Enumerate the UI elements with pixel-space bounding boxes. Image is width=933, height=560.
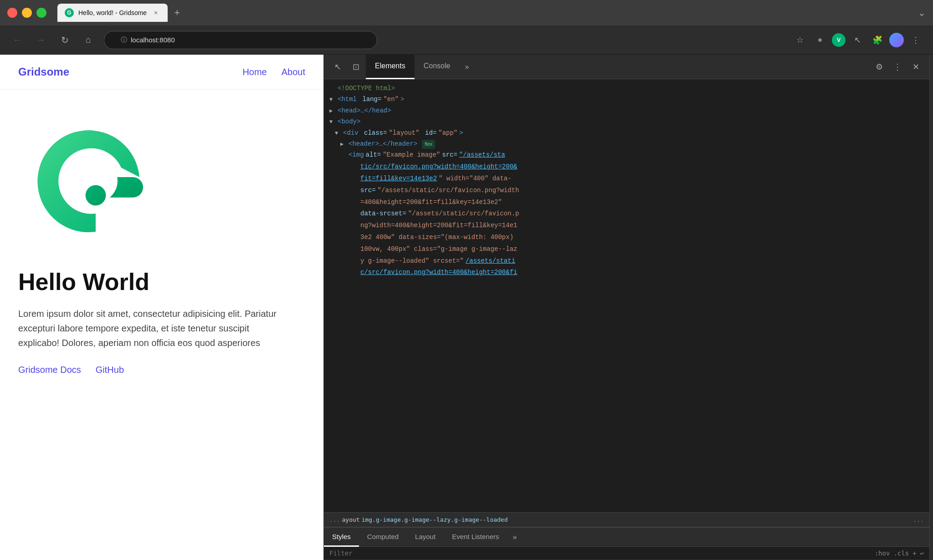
head-triangle[interactable] xyxy=(329,107,336,116)
img-line9-val: 100vw, 400px" class="g-image g-image--la… xyxy=(360,244,517,255)
img-line5-val: =400&height=200&fit=fill&key=14e13e2" xyxy=(360,197,502,208)
html-triangle[interactable] xyxy=(329,96,336,104)
img-line-1: <img alt="Example image" src="/assets/st… xyxy=(324,149,929,161)
lock-icon: ⓘ xyxy=(121,36,127,44)
bookmark-button[interactable]: ☆ xyxy=(792,32,808,48)
site-nav: Home About xyxy=(242,67,305,77)
menu-button[interactable]: ⋮ xyxy=(907,32,924,48)
img-line-6: data-srcset="/assets/static/src/favicon.… xyxy=(324,208,929,220)
more-icon: ⋮ xyxy=(912,35,920,45)
img-line-9: 100vw, 400px" class="g-image g-image--la… xyxy=(324,244,929,255)
devtools-tab-elements[interactable]: Elements xyxy=(366,55,415,79)
extension-v-icon[interactable]: V xyxy=(832,33,846,47)
img-attrs-1: " width="400" data- xyxy=(439,173,512,184)
responsive-icon: ⊡ xyxy=(353,62,359,72)
puzzle-extension[interactable]: 🧩 xyxy=(869,32,886,48)
tab-bar: G Hello, world! - Gridsome × + xyxy=(57,4,914,22)
div-triangle[interactable] xyxy=(335,129,341,138)
refresh-button[interactable]: ↻ xyxy=(56,32,73,48)
forward-button[interactable]: → xyxy=(33,32,49,48)
close-traffic-light[interactable] xyxy=(7,8,17,18)
home-button[interactable]: ⌂ xyxy=(80,32,97,48)
devtools-scrollbar xyxy=(929,55,933,560)
tab-close-button[interactable]: × xyxy=(151,8,160,17)
div-class-attr: class= xyxy=(360,128,387,138)
devtools-settings-button[interactable]: ⚙ xyxy=(871,59,887,75)
img-datasrcset-attr: data-srcset= xyxy=(360,209,406,219)
address-input[interactable]: ⓘ localhost:8080 xyxy=(104,31,377,49)
devtools-breadcrumb: ... ayout img.g-image.g-image--lazy.g-im… xyxy=(324,512,929,527)
html-open-line: <html lang="en"> xyxy=(324,94,929,105)
extension-icon-1: ● xyxy=(818,35,823,45)
devtools-close-button[interactable]: ✕ xyxy=(907,59,924,75)
profile-avatar[interactable] xyxy=(889,33,904,47)
devtools-toolbar: ↖ ⊡ Elements Console » ⚙ ⋮ xyxy=(324,55,929,79)
cls-button[interactable]: .cls xyxy=(893,550,909,557)
breadcrumb-ellipsis-2: ... xyxy=(913,516,924,523)
breadcrumb-layout-text: ayout xyxy=(342,516,359,523)
devtools-actions: ⚙ ⋮ ✕ xyxy=(871,59,924,75)
devtools-content: <!DOCTYPE html> <html lang="en"> <head>…… xyxy=(324,79,929,560)
cursor-devtools-icon: ↖ xyxy=(334,62,341,72)
extension-btn-1[interactable]: ● xyxy=(812,32,828,48)
close-icon: ✕ xyxy=(912,62,919,72)
img-alt-attr: alt= xyxy=(366,150,381,161)
breadcrumb-ellipsis-1: ... xyxy=(329,516,340,523)
body-line: <body> xyxy=(324,116,929,127)
devtools-tab-more[interactable]: » xyxy=(459,59,474,75)
img-line-3: fit=fill&key=14e13e2" width="400" data- xyxy=(324,173,929,185)
styles-tabs: Styles Computed Layout Event Listeners » xyxy=(324,528,929,547)
img-src-value-3[interactable]: fit=fill&key=14e13e2 xyxy=(360,173,437,184)
html-tree[interactable]: <!DOCTYPE html> <html lang="en"> <head>…… xyxy=(324,79,929,512)
refresh-style-button[interactable]: ↩ xyxy=(920,550,924,557)
nav-home-link[interactable]: Home xyxy=(242,67,267,77)
body-triangle[interactable] xyxy=(329,118,336,127)
browser-viewport[interactable]: Gridsome Home About xyxy=(0,55,323,560)
img-datasrc-attr: src= xyxy=(360,185,376,196)
hero-image xyxy=(18,108,173,254)
img-src-attr: src= xyxy=(442,150,457,161)
cursor-extension[interactable]: ↖ xyxy=(849,32,866,48)
img-alt-value: "Example image" xyxy=(383,150,440,161)
html-tag: <html xyxy=(338,94,357,104)
devtools-more-button[interactable]: ⋮ xyxy=(889,59,906,75)
docs-link[interactable]: Gridsome Docs xyxy=(18,365,81,375)
refresh-icon: ↻ xyxy=(61,35,69,46)
img-tag: <img xyxy=(349,150,364,161)
devtools-panel: ↖ ⊡ Elements Console » ⚙ ⋮ xyxy=(323,55,929,560)
devtools-responsive-button[interactable]: ⊡ xyxy=(348,59,364,75)
img-src-value-2[interactable]: tic/src/favicon.png?width=400&height=200… xyxy=(360,162,517,173)
active-tab[interactable]: G Hello, world! - Gridsome × xyxy=(57,4,168,22)
devtools-select-button[interactable]: ↖ xyxy=(329,59,346,75)
address-bar: ← → ↻ ⌂ ⓘ localhost:8080 ☆ ● V ↖ xyxy=(0,25,933,55)
hero-title: Hello World xyxy=(18,268,305,295)
site-logo[interactable]: Gridsome xyxy=(18,66,69,78)
minimize-traffic-light[interactable] xyxy=(22,8,32,18)
img-src-value-1[interactable]: "/assets/sta xyxy=(459,150,505,161)
browser-window: G Hello, world! - Gridsome × + ⌄ ← → ↻ ⌂… xyxy=(0,0,933,560)
github-link[interactable]: GitHub xyxy=(96,365,124,375)
img-line10-val: y g-image--loaded" srcset=" xyxy=(360,256,464,267)
styles-filter-input[interactable] xyxy=(329,550,871,557)
nav-about-link[interactable]: About xyxy=(282,67,305,77)
devtools-tab-console[interactable]: Console xyxy=(415,55,460,79)
url-text: localhost:8080 xyxy=(131,36,175,44)
tab-dropdown-icon[interactable]: ⌄ xyxy=(918,8,926,18)
img-line-11: c/src/favicon.png?width=400&height=200&f… xyxy=(324,267,929,279)
styles-tab-more[interactable]: » xyxy=(508,529,523,545)
maximize-traffic-light[interactable] xyxy=(36,8,46,18)
hov-button[interactable]: :hov xyxy=(875,550,890,557)
styles-tab-listeners[interactable]: Event Listeners xyxy=(444,528,507,547)
img-line11-val[interactable]: c/src/favicon.png?width=400&height=200&f… xyxy=(360,267,517,278)
styles-tab-layout[interactable]: Layout xyxy=(407,528,444,547)
new-tab-button[interactable]: + xyxy=(169,5,185,20)
styles-tab-computed[interactable]: Computed xyxy=(359,528,407,547)
main-area: Gridsome Home About xyxy=(0,55,933,560)
toolbar-actions: ☆ ● V ↖ 🧩 ⋮ xyxy=(792,32,924,48)
header-triangle[interactable] xyxy=(340,140,347,149)
back-button[interactable]: ← xyxy=(9,32,26,48)
img-srcset-link[interactable]: /assets/stati xyxy=(466,256,515,267)
add-style-button[interactable]: + xyxy=(912,550,916,557)
styles-tab-styles[interactable]: Styles xyxy=(324,528,359,547)
img-line-8: 3e2 400w" data-sizes="(max-width: 400px) xyxy=(324,232,929,244)
